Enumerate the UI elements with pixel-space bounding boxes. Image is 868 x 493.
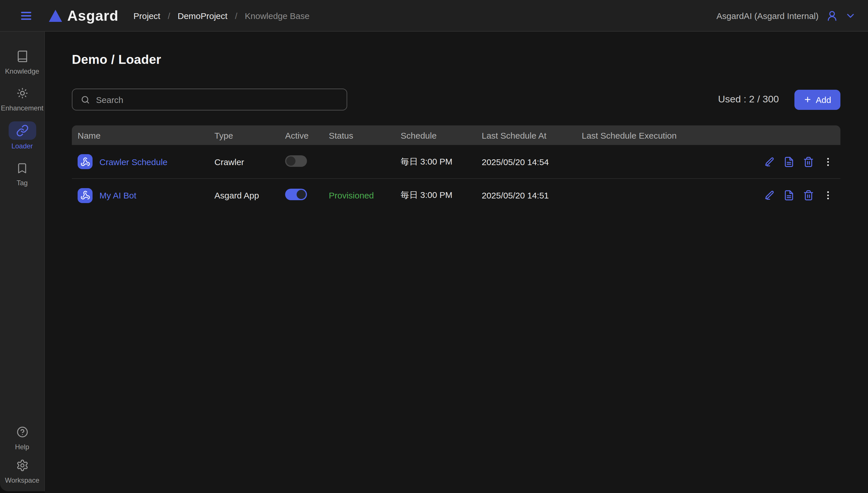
trash-icon[interactable] — [803, 190, 814, 201]
triangle-logo-icon — [49, 9, 62, 22]
column-header-status: Status — [329, 130, 401, 140]
name-cell: Crawler Schedule — [77, 154, 214, 169]
sidebar-footer: Help Workspace — [0, 423, 44, 491]
last-schedule-at-cell: 2025/05/20 14:54 — [482, 157, 582, 167]
toggle-knob — [286, 156, 295, 165]
webhook-icon — [77, 188, 93, 203]
active-toggle[interactable] — [285, 189, 307, 200]
name-cell: My AI Bot — [77, 188, 214, 203]
status-cell: Provisioned — [329, 190, 401, 200]
search-icon — [81, 94, 90, 104]
book-icon — [8, 48, 36, 65]
table-row: My AI Bot Asgard App Provisioned 毎日 3:00… — [72, 178, 840, 212]
breadcrumb-item-demoproject[interactable]: DemoProject — [178, 10, 227, 20]
sidebar-item-enhancement[interactable]: Enhancement — [0, 85, 44, 112]
schedule-cell: 毎日 3:00 PM — [401, 190, 482, 201]
active-toggle[interactable] — [285, 155, 307, 167]
active-cell — [285, 189, 329, 202]
column-header-last-schedule-at: Last Schedule At — [482, 130, 582, 140]
brand-name: Asgard — [67, 7, 118, 24]
menu-button[interactable] — [17, 7, 35, 24]
sidebar-item-label: Help — [15, 443, 29, 451]
topbar: Asgard Project / DemoProject / Knowledge… — [0, 0, 868, 31]
sidebar-item-label: Workspace — [5, 476, 39, 485]
table-row: Crawler Schedule Crawler 毎日 3:00 PM 2025… — [72, 145, 840, 178]
loader-name-link[interactable]: Crawler Schedule — [99, 157, 167, 167]
toggle-knob — [297, 190, 306, 199]
kebab-menu-icon[interactable] — [823, 190, 833, 201]
main-content: Demo / Loader Used : 2 / 300 — [45, 31, 868, 493]
actions-cell — [747, 190, 833, 201]
sidebar-item-tag[interactable]: Tag — [0, 159, 44, 187]
sidebar-item-label: Knowledge — [5, 67, 39, 76]
help-circle-icon — [8, 423, 36, 441]
active-cell — [285, 155, 329, 168]
sun-icon — [8, 85, 36, 102]
sidebar-item-workspace[interactable]: Workspace — [0, 457, 44, 485]
edit-icon[interactable] — [764, 190, 775, 201]
sidebar-item-label: Tag — [17, 179, 28, 187]
user-icon[interactable] — [826, 9, 838, 22]
column-header-name: Name — [77, 130, 214, 140]
kebab-menu-icon[interactable] — [823, 156, 833, 167]
last-schedule-at-cell: 2025/05/20 14:51 — [482, 190, 582, 200]
page-title: Demo / Loader — [72, 52, 840, 67]
schedule-cell: 毎日 3:00 PM — [401, 156, 482, 167]
link-icon — [8, 121, 36, 140]
sidebar-item-loader[interactable]: Loader — [0, 121, 44, 150]
column-header-schedule: Schedule — [401, 130, 482, 140]
table-header: Name Type Active Status Schedule Last Sc… — [72, 125, 840, 145]
type-cell: Asgard App — [214, 190, 285, 200]
plus-icon — [804, 95, 812, 104]
column-header-last-schedule-execution: Last Schedule Execution — [582, 130, 747, 140]
edit-icon[interactable] — [764, 156, 775, 167]
search-input[interactable] — [96, 94, 339, 104]
sidebar-item-label: Loader — [12, 142, 33, 150]
add-button-label: Add — [816, 94, 831, 104]
column-header-active: Active — [285, 130, 329, 140]
app-body: Knowledge Enhancement — [0, 31, 868, 493]
type-cell: Crawler — [214, 157, 285, 167]
controls-row: Used : 2 / 300 Add — [72, 89, 840, 110]
loader-name-link[interactable]: My AI Bot — [99, 190, 136, 200]
breadcrumb-item-project[interactable]: Project — [133, 10, 160, 20]
chevron-down-icon[interactable] — [846, 10, 855, 20]
column-header-type: Type — [214, 130, 285, 140]
account-name[interactable]: AsgardAI (Asgard Internal) — [716, 10, 819, 20]
actions-cell — [747, 156, 833, 167]
file-text-icon[interactable] — [783, 156, 794, 167]
hamburger-icon — [20, 9, 33, 22]
webhook-icon — [77, 154, 93, 169]
gear-icon — [8, 457, 36, 474]
sidebar: Knowledge Enhancement — [0, 31, 45, 491]
add-button[interactable]: Add — [794, 89, 840, 110]
sidebar-item-help[interactable]: Help — [0, 423, 44, 451]
usage-label: Used : 2 / 300 — [718, 94, 779, 105]
trash-icon[interactable] — [803, 156, 814, 167]
sidebar-item-label: Enhancement — [1, 104, 43, 112]
breadcrumb-separator: / — [235, 10, 237, 20]
brand: Asgard — [49, 7, 118, 24]
account-menu: AsgardAI (Asgard Internal) — [716, 9, 855, 22]
app: Asgard Project / DemoProject / Knowledge… — [0, 0, 868, 493]
search-box — [72, 89, 347, 110]
breadcrumb-separator: / — [168, 10, 170, 20]
breadcrumb-item-knowledge-base: Knowledge Base — [245, 10, 310, 20]
loader-table: Name Type Active Status Schedule Last Sc… — [72, 125, 840, 212]
breadcrumb: Project / DemoProject / Knowledge Base — [133, 10, 310, 20]
sidebar-item-knowledge[interactable]: Knowledge — [0, 48, 44, 76]
file-text-icon[interactable] — [783, 190, 794, 201]
bookmark-icon — [8, 159, 36, 177]
